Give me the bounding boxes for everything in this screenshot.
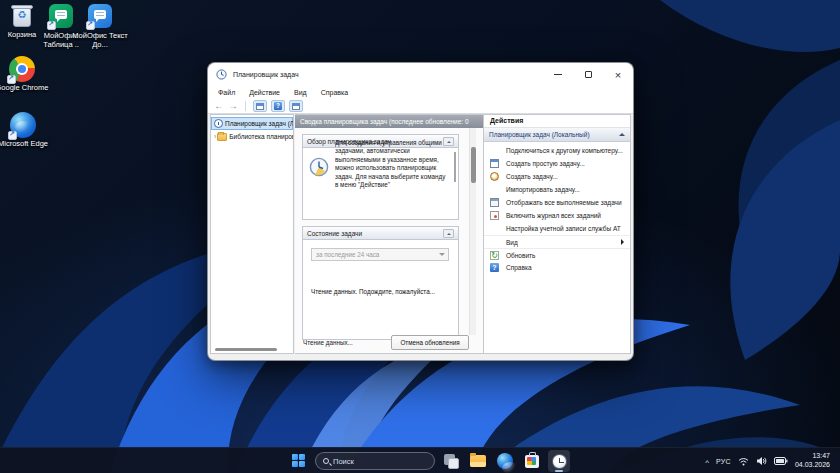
refresh-icon — [490, 251, 499, 260]
task-scheduler-taskbar-button[interactable] — [548, 450, 570, 472]
console-tree-pane: Планировщик задач (Локальн › Библиотека … — [210, 114, 294, 354]
edge-button[interactable] — [494, 450, 516, 472]
running-tasks-icon — [490, 198, 499, 207]
file-explorer-button[interactable] — [467, 450, 489, 472]
task-status-title: Состояние задачи — [307, 230, 362, 237]
tree-item-task-scheduler-library[interactable]: › Библиотека планировщи — [211, 130, 293, 143]
simple-task-icon — [490, 159, 499, 168]
action-import-task[interactable]: Импортировать задачу... — [484, 183, 630, 196]
desktop-icon-label: МойОфис Текст До... — [72, 32, 128, 50]
task-status-section-header[interactable]: Состояние задачи — [303, 227, 458, 240]
action-help[interactable]: Справка — [484, 261, 630, 274]
action-refresh[interactable]: Обновить — [484, 248, 630, 261]
tree-item-task-scheduler-local[interactable]: Планировщик задач (Локальн — [211, 117, 293, 130]
language-indicator[interactable]: РУС — [716, 458, 731, 465]
search-icon — [323, 458, 329, 464]
forward-arrow-icon[interactable]: → — [228, 101, 238, 111]
summary-vertical-scrollbar[interactable] — [469, 128, 476, 335]
myoffice-text-icon — [87, 4, 113, 30]
overview-clock-icon — [309, 157, 329, 177]
scrollbar-thumb[interactable] — [471, 147, 476, 183]
desktop-icon-myoffice-text[interactable]: МойОфис Текст До... — [72, 3, 128, 50]
close-icon — [615, 65, 621, 83]
summary-pane-header: Сводка планировщика задач (последнее обн… — [295, 115, 483, 128]
desktop-icon-label: Google Chrome — [0, 84, 50, 93]
start-button[interactable] — [288, 450, 310, 472]
desktop-icon-google-chrome[interactable]: Google Chrome — [0, 56, 50, 93]
action-connect-to-computer[interactable]: Подключиться к другому компьютеру... — [484, 144, 630, 157]
menu-view[interactable]: Вид — [287, 89, 314, 96]
status-period-dropdown[interactable]: за последние 24 часа — [311, 248, 449, 261]
myoffice-table-icon — [48, 4, 74, 30]
overview-scrollbar-thumb[interactable] — [454, 152, 456, 182]
actions-pane: Действия Планировщик задач (Локальный) П… — [483, 114, 631, 354]
volume-icon[interactable] — [756, 456, 767, 466]
task-view-icon — [440, 450, 462, 472]
desktop-icon-microsoft-edge[interactable]: Microsoft Edge — [0, 112, 51, 149]
tray-expand-chevron-icon[interactable]: ^ — [705, 458, 709, 467]
collapse-arrow-icon[interactable] — [443, 229, 454, 238]
menu-file[interactable]: Файл — [211, 89, 242, 96]
help-button[interactable]: ? — [271, 100, 285, 112]
actions-section-header[interactable]: Планировщик задач (Локальный) — [484, 128, 630, 142]
status-loading-message: Чтение данных. Подождите, пожалуйста... — [311, 288, 451, 295]
cancel-refresh-button[interactable]: Отмена обновления — [391, 335, 469, 350]
overview-section: Обзор планировщика задач Для создания и … — [302, 134, 459, 220]
action-create-basic-task[interactable]: Создать простую задачу... — [484, 157, 630, 170]
actions-header: Действия — [484, 115, 630, 128]
window-titlebar[interactable]: Планировщик задач — [208, 63, 633, 85]
windows-logo-icon — [292, 454, 306, 468]
window-content: Планировщик задач (Локальн › Библиотека … — [210, 114, 631, 354]
console-tree-icon — [256, 103, 264, 110]
microsoft-edge-icon — [10, 112, 36, 138]
menu-bar: Файл Действие Вид Справка — [208, 85, 633, 99]
action-display-running-tasks[interactable]: Отображать все выполняемые задачи — [484, 196, 630, 209]
back-arrow-icon[interactable]: ← — [214, 101, 224, 111]
action-at-service-account[interactable]: Настройка учетной записи службы AT — [484, 222, 630, 235]
folder-icon — [217, 133, 227, 141]
close-button[interactable] — [603, 63, 633, 85]
action-pane-icon — [292, 103, 300, 110]
action-label: Импортировать задачу... — [506, 186, 580, 193]
action-label: Отображать все выполняемые задачи — [506, 199, 622, 206]
maximize-icon — [585, 71, 592, 78]
action-enable-task-history[interactable]: Включить журнал всех заданий — [484, 209, 630, 222]
menu-help[interactable]: Справка — [314, 89, 355, 96]
menu-action[interactable]: Действие — [242, 89, 287, 96]
clock[interactable]: 13:47 04.03.2026 — [795, 452, 830, 470]
tree-horizontal-scrollbar[interactable] — [215, 348, 277, 351]
task-view-button[interactable] — [440, 450, 462, 472]
create-task-icon — [490, 172, 499, 181]
console-tree-button[interactable] — [253, 100, 267, 112]
action-label: Настройка учетной записи службы AT — [506, 225, 621, 232]
action-label: Создать задачу... — [506, 173, 558, 180]
chevron-down-icon — [439, 253, 445, 259]
action-label: Создать простую задачу... — [506, 160, 585, 167]
action-view[interactable]: Вид — [484, 235, 630, 248]
help-icon — [490, 263, 499, 272]
taskbar-search[interactable]: Поиск — [315, 452, 435, 470]
minimize-button[interactable] — [543, 63, 573, 85]
microsoft-edge-icon — [497, 453, 513, 469]
battery-icon[interactable] — [774, 457, 788, 465]
desktop-icon-label: Microsoft Edge — [0, 140, 51, 149]
action-label: Справка — [506, 264, 532, 271]
google-chrome-icon — [9, 56, 35, 82]
task-status-section: Состояние задачи за последние 24 часа Чт… — [302, 226, 459, 340]
wifi-icon[interactable] — [738, 457, 749, 466]
expand-chevron-icon[interactable]: › — [214, 133, 216, 140]
toolbar: ← → ? — [208, 99, 633, 114]
store-button[interactable] — [521, 450, 543, 472]
footer-status-text: Чтение данных... — [303, 339, 353, 346]
submenu-arrow-icon — [621, 239, 624, 245]
action-pane-button[interactable] — [289, 100, 303, 112]
task-scheduler-icon — [214, 119, 223, 128]
tree-item-label: Планировщик задач (Локальн — [225, 120, 293, 127]
action-create-task[interactable]: Создать задачу... — [484, 170, 630, 183]
minimize-icon — [554, 74, 562, 75]
enable-log-icon — [490, 211, 499, 220]
summary-pane: Сводка планировщика задач (последнее обн… — [295, 114, 483, 354]
tray-time: 13:47 — [795, 452, 830, 461]
maximize-button[interactable] — [573, 63, 603, 85]
microsoft-store-icon — [525, 455, 539, 468]
